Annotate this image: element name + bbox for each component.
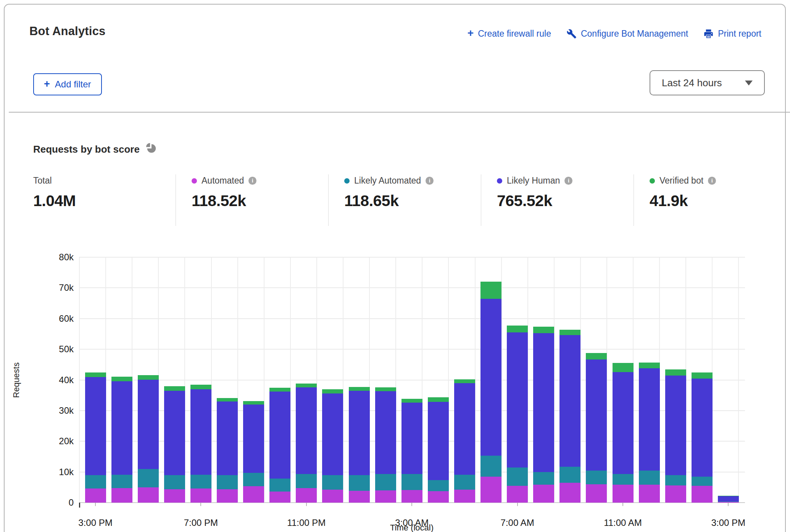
segment-verified-bot (269, 388, 290, 392)
segment-likely-automated (243, 473, 264, 486)
bar-3-00-am (401, 399, 422, 503)
y-tick-label: 20k (44, 436, 74, 447)
segment-automated (217, 489, 238, 503)
verified-bot-dot (650, 178, 655, 184)
info-icon[interactable]: i (248, 177, 256, 185)
segment-verified-bot (480, 282, 501, 298)
segment-automated (665, 485, 686, 503)
segment-likely-automated (349, 475, 370, 491)
segment-automated (428, 491, 449, 503)
segment-automated (164, 489, 185, 503)
bar-4-00-am (428, 397, 449, 503)
segment-likely-automated (269, 479, 290, 492)
gridline (79, 257, 80, 503)
chevron-down-icon (745, 81, 753, 85)
segment-automated (85, 488, 106, 503)
likely-automated-dot (344, 178, 350, 184)
configure-bot-management-link[interactable]: Configure Bot Management (566, 29, 688, 39)
segment-likely-automated (507, 468, 528, 486)
automated-dot (192, 178, 197, 184)
segment-likely-human (507, 332, 528, 468)
gridline (79, 349, 745, 350)
time-range-select[interactable]: Last 24 hours (650, 70, 765, 95)
segment-likely-human (613, 372, 634, 474)
info-icon[interactable]: i (708, 177, 716, 185)
create-firewall-rule-label: Create firewall rule (478, 29, 551, 39)
segment-verified-bot (111, 377, 132, 381)
x-tick-label: 11:00 AM (592, 517, 653, 528)
segment-verified-bot (533, 327, 554, 333)
x-tick (517, 503, 518, 506)
pie-chart-icon (145, 142, 157, 157)
segment-automated (692, 486, 713, 503)
segment-automated (480, 477, 501, 503)
segment-likely-automated (401, 474, 422, 490)
info-icon[interactable]: i (426, 177, 434, 185)
segment-verified-bot (375, 387, 396, 391)
segment-likely-automated (533, 472, 554, 485)
x-tick-label: 3:00 PM (65, 517, 126, 528)
add-filter-button[interactable]: + Add filter (33, 73, 102, 95)
bar-5-00-am (454, 379, 475, 503)
stat-verified-bot: Verified bot i 41.9k (650, 176, 716, 210)
segment-likely-automated (375, 474, 396, 490)
segment-verified-bot (401, 399, 422, 403)
segment-automated (559, 483, 580, 503)
y-tick-label: 30k (44, 405, 74, 416)
time-range-value: Last 24 hours (662, 77, 722, 89)
segment-likely-human (296, 387, 317, 474)
segment-likely-human (349, 391, 370, 475)
segment-likely-human (665, 376, 686, 475)
bar-3-00-pm (85, 372, 106, 503)
x-tick (200, 503, 201, 506)
segment-automated (401, 490, 422, 503)
bot-analytics-page: Bot Analytics + Create firewall rule Con… (0, 0, 790, 532)
segment-likely-automated (586, 471, 607, 484)
segment-likely-automated (296, 474, 317, 488)
bar-12-00-pm (639, 363, 660, 503)
segment-likely-human (111, 381, 132, 475)
axis-origin-tick (79, 503, 80, 508)
segment-likely-automated (111, 475, 132, 488)
y-tick-label: 80k (44, 252, 74, 263)
segment-likely-automated (613, 474, 634, 485)
segment-verified-bot (85, 372, 106, 377)
segment-likely-human (164, 391, 185, 475)
segment-likely-automated (322, 475, 343, 490)
x-tick-label: 7:00 PM (170, 517, 231, 528)
segment-verified-bot (164, 386, 185, 391)
x-tick (728, 503, 729, 506)
x-tick-label: 7:00 AM (487, 517, 548, 528)
x-tick-label: 3:00 AM (381, 517, 442, 528)
header-actions: + Create firewall rule Configure Bot Man… (468, 28, 761, 39)
segment-likely-automated (692, 477, 713, 486)
segment-automated (613, 485, 634, 503)
segment-automated (111, 488, 132, 503)
segment-automated (138, 487, 159, 503)
bar-2-00-am (375, 387, 396, 503)
segment-automated (243, 486, 264, 503)
segment-automated (375, 490, 396, 503)
segment-automated (190, 488, 211, 503)
info-icon[interactable]: i (564, 177, 572, 185)
segment-likely-automated (164, 475, 185, 490)
gridline (79, 318, 745, 319)
segment-likely-automated (639, 471, 660, 485)
x-tick (95, 503, 96, 506)
bar-1-00-am (349, 387, 370, 503)
segment-verified-bot (507, 326, 528, 332)
y-tick-label: 10k (44, 467, 74, 477)
create-firewall-rule-link[interactable]: + Create firewall rule (468, 28, 551, 39)
segment-automated (639, 485, 660, 503)
segment-verified-bot (559, 330, 580, 335)
stat-divider (634, 174, 634, 226)
print-report-link[interactable]: Print report (703, 29, 761, 39)
bar-11-00-am (613, 363, 634, 503)
stat-likely-human-value: 765.52k (497, 192, 572, 210)
segment-likely-human (559, 335, 580, 467)
segment-verified-bot (428, 397, 449, 401)
stat-likely-automated-label: Likely Automated (354, 176, 421, 186)
configure-bot-management-label: Configure Bot Management (581, 29, 688, 39)
segment-automated (586, 484, 607, 503)
stat-total: Total 1.04M (33, 176, 76, 210)
